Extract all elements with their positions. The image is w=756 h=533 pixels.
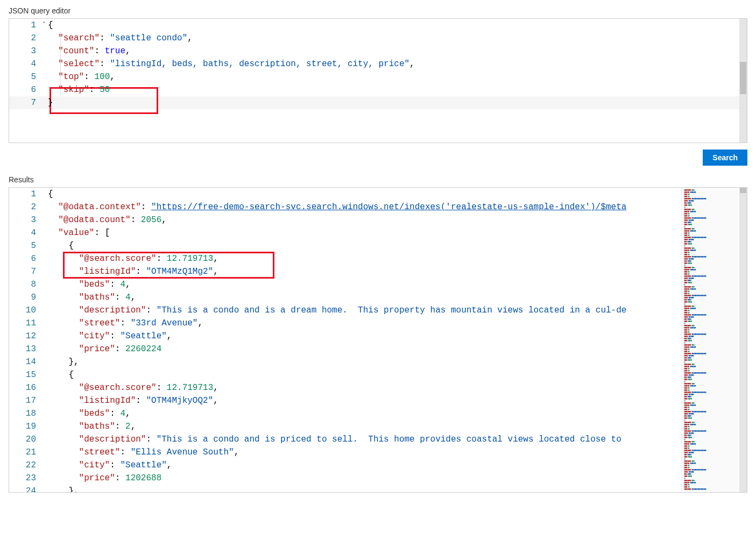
query-editor-label: JSON query editor (9, 6, 747, 15)
results-code-content: 1{2 "@odata.context": "https://free-demo… (9, 188, 747, 492)
json-query-editor[interactable]: 1˅{2 "search": "seattle condo",3 "count"… (9, 18, 747, 143)
query-code-content[interactable]: 1˅{2 "search": "seattle condo",3 "count"… (9, 19, 747, 109)
results-label: Results (9, 175, 747, 184)
results-viewer[interactable]: 1{2 "@odata.context": "https://free-demo… (9, 187, 747, 493)
search-button[interactable]: Search (703, 150, 747, 166)
